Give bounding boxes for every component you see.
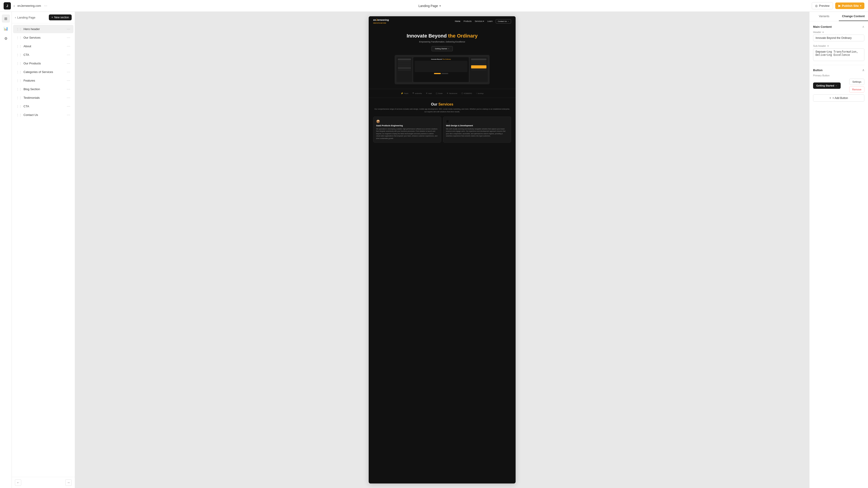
logo-nextmove: ✳Nextmove xyxy=(447,92,457,94)
more-options-icon[interactable]: ⋯ xyxy=(67,96,70,100)
drag-handle-icon: ⋮⋮ xyxy=(16,36,22,39)
section-item-features[interactable]: ⋮⋮ Features ⋯ xyxy=(13,76,73,85)
section-list: ⋮⋮ Hero header ⋯ ⋮⋮ Our Services ⋯ ⋮⋮ Ab… xyxy=(12,23,75,477)
magic-icon[interactable]: ✦ xyxy=(827,45,829,47)
subheader-textarea[interactable]: Empowering Transformation, Delivering Ex… xyxy=(813,48,864,61)
drag-handle-icon: ⋮⋮ xyxy=(16,105,22,108)
hero-section: Innovate Beyond the Ordinary Empowering … xyxy=(369,26,516,89)
canvas-frame: enJerneeringINNOVATE BEYOND Home Product… xyxy=(369,16,516,484)
more-options-icon[interactable]: ⋯ xyxy=(67,87,70,91)
topbar-actions: ◎ Preview ▶ Publish Site ▾ xyxy=(812,2,864,9)
magic-icon[interactable]: ✦ xyxy=(822,31,824,33)
drag-handle-icon: ⋮⋮ xyxy=(16,79,22,82)
preview-main: Innovate Beyond The Ordinary xyxy=(413,57,469,82)
settings-button[interactable]: Settings xyxy=(849,78,864,85)
drag-handle-icon: ⋮⋮ xyxy=(16,45,22,48)
app-logo: J xyxy=(4,2,11,9)
drag-handle-icon: ⋮⋮ xyxy=(16,96,22,99)
more-options-icon[interactable]: ⋯ xyxy=(67,104,70,108)
service-icon-saas: 📦 xyxy=(376,120,438,123)
panel-nav-left[interactable]: ← xyxy=(15,480,21,486)
right-panel-content: Main Content ∧ Header ✦ Sub-header ✦ Emp… xyxy=(809,21,868,105)
drag-handle-icon: ⋮⋮ xyxy=(16,113,22,117)
getting-started-button[interactable]: Getting Started → xyxy=(432,46,453,51)
section-item-our-products[interactable]: ⋮⋮ Our Products ⋯ xyxy=(13,59,73,68)
remove-button[interactable]: Remove xyxy=(849,86,864,93)
preview-button[interactable]: ◎ Preview xyxy=(812,2,833,9)
site-nav: enJerneeringINNOVATE BEYOND Home Product… xyxy=(369,16,516,26)
logo-load: ✕load xyxy=(426,92,432,94)
service-desc-saas: We specialize in developing scalable, hi… xyxy=(376,128,438,140)
header-field-group: Header ✦ xyxy=(813,31,864,41)
more-options-icon[interactable]: ⋯ xyxy=(67,44,70,48)
more-options-icon[interactable]: ⋯ xyxy=(67,113,70,117)
site-logo: enJerneeringINNOVATE BEYOND xyxy=(373,19,389,24)
preview-sidebar xyxy=(397,57,412,82)
more-icon[interactable]: ⋯ xyxy=(44,4,47,8)
tab-change-content[interactable]: Change Content xyxy=(839,12,868,21)
panel-nav-right[interactable]: → xyxy=(65,480,72,486)
preview-right xyxy=(470,57,488,82)
button-collapse-icon[interactable]: ∧ xyxy=(862,68,864,72)
services-title: Our Services xyxy=(373,102,511,106)
primary-button-row: Getting Started → Settings Remove xyxy=(813,78,864,93)
section-item-about[interactable]: ⋮⋮ About ⋯ xyxy=(13,42,73,51)
services-grid: 📦 SaaS Products Engineering We specializ… xyxy=(373,117,511,143)
section-item-cta2[interactable]: ⋮⋮ CTA ⋯ xyxy=(13,102,73,110)
more-options-icon[interactable]: ⋯ xyxy=(67,70,70,74)
getting-started-preview-button[interactable]: Getting Started → xyxy=(813,83,841,89)
section-item-contact-us[interactable]: ⋮⋮ Contact Us ⋯ xyxy=(13,111,73,119)
nav-learn[interactable]: Learn xyxy=(487,20,493,22)
publish-button[interactable]: ▶ Publish Site ▾ xyxy=(835,2,864,9)
plus-icon: + xyxy=(52,16,53,19)
pages-panel-header: ‹ Landing Page + New section xyxy=(12,12,75,23)
more-options-icon[interactable]: ⋯ xyxy=(67,78,70,83)
more-options-icon[interactable]: ⋯ xyxy=(67,27,70,31)
subheader-field-group: Sub-header ✦ Empowering Transformation, … xyxy=(813,44,864,62)
add-button-button[interactable]: + + Add Button xyxy=(813,94,864,102)
more-options-icon[interactable]: ⋯ xyxy=(67,61,70,66)
nav-products[interactable]: Products xyxy=(464,20,472,22)
back-button[interactable]: ‹ xyxy=(13,4,15,8)
header-input[interactable] xyxy=(813,35,864,41)
section-item-cta[interactable]: ⋮⋮ CTA ⋯ xyxy=(13,51,73,59)
collapse-icon[interactable]: ∧ xyxy=(862,25,864,29)
section-item-our-services[interactable]: ⋮⋮ Our Services ⋯ xyxy=(13,33,73,42)
back-to-pages[interactable]: ‹ Landing Page xyxy=(15,16,35,19)
contact-us-button[interactable]: Contact Us → xyxy=(496,19,511,24)
eye-icon: ◎ xyxy=(815,4,817,7)
drag-handle-icon: ⋮⋮ xyxy=(16,62,22,65)
section-item-blog[interactable]: ⋮⋮ Blog Section ⋯ xyxy=(13,85,73,93)
logo-scale: ◻Scale xyxy=(436,92,442,94)
right-panel: Variants Change Content Main Content ∧ H… xyxy=(809,12,868,488)
service-card-saas: 📦 SaaS Products Engineering We specializ… xyxy=(373,117,441,143)
icon-sidebar: ⊞ 📊 ⚙ xyxy=(0,12,12,488)
sidebar-icon-analytics[interactable]: 📊 xyxy=(2,24,10,33)
canvas-area[interactable]: enJerneeringINNOVATE BEYOND Home Product… xyxy=(75,12,809,488)
primary-button-label: Primary Button xyxy=(813,74,864,77)
service-card-webdesign: 🖥 Web Design & Development We craft visu… xyxy=(443,117,511,143)
subheader-field-label: Sub-header ✦ xyxy=(813,44,864,47)
new-section-button[interactable]: + New section xyxy=(49,14,72,20)
hero-subheadline: Empowering Transformation, Delivering Ex… xyxy=(373,41,511,43)
logos-strip: ⚡Flash ☂umbrella ✕load ◻Scale ✳Nextmove … xyxy=(369,89,516,98)
nav-services[interactable]: Services ▾ xyxy=(475,20,484,22)
hero-preview-image: Innovate Beyond The Ordinary xyxy=(395,55,490,84)
header-field-label: Header ✦ xyxy=(813,31,864,33)
page-title: Landing Page xyxy=(418,4,438,8)
site-nav-links: Home Products Services ▾ Learn Contact U… xyxy=(455,19,511,24)
section-item-categories[interactable]: ⋮⋮ Categories of Services ⋯ xyxy=(13,68,73,76)
logo-umbrella: ☂umbrella xyxy=(412,92,422,94)
section-item-testimonials[interactable]: ⋮⋮ Testimonials ⋯ xyxy=(13,94,73,102)
sidebar-icon-pages[interactable]: ⊞ xyxy=(2,14,10,23)
tab-variants[interactable]: Variants xyxy=(809,12,839,21)
more-options-icon[interactable]: ⋯ xyxy=(67,35,70,40)
drag-handle-icon: ⋮⋮ xyxy=(16,28,22,31)
right-panel-tabs: Variants Change Content xyxy=(809,12,868,21)
nav-home[interactable]: Home xyxy=(455,20,460,22)
drag-handle-icon: ⋮⋮ xyxy=(16,53,22,57)
sidebar-icon-settings[interactable]: ⚙ xyxy=(2,34,10,42)
section-item-hero-header[interactable]: ⋮⋮ Hero header ⋯ xyxy=(13,25,73,33)
more-options-icon[interactable]: ⋯ xyxy=(67,53,70,57)
chevron-down-icon: ▾ xyxy=(439,4,441,7)
